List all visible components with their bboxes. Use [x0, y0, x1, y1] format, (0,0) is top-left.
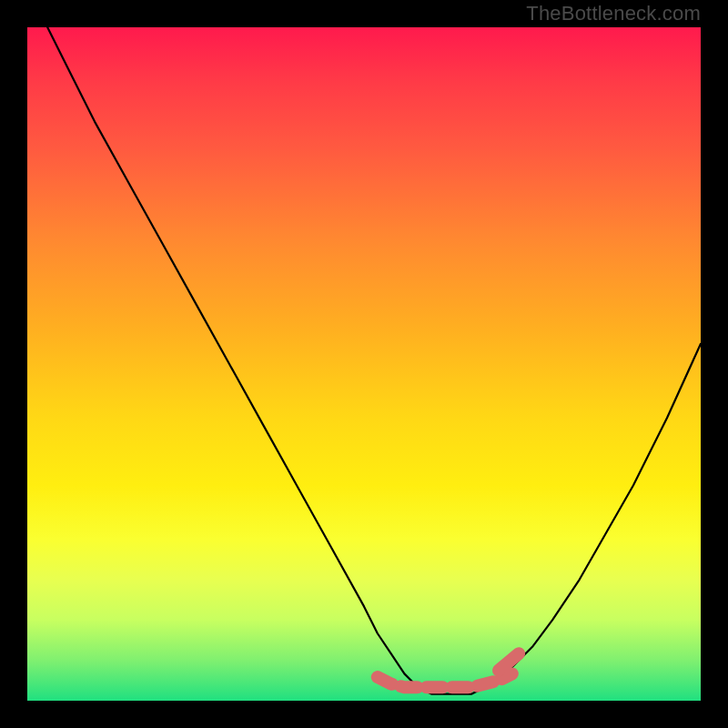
watermark-label: TheBottleneck.com [526, 2, 701, 25]
bottleneck-curve [47, 27, 701, 694]
curve-svg [27, 27, 701, 701]
chart-frame: TheBottleneck.com [0, 0, 728, 728]
plot-area [27, 27, 701, 701]
bottom-bumps [378, 653, 519, 687]
